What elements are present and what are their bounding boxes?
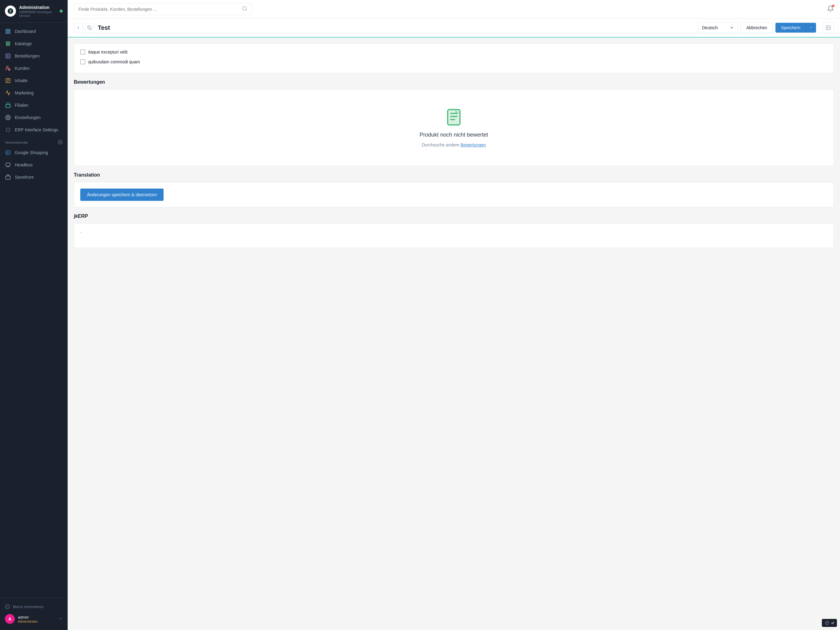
svg-rect-13 xyxy=(6,163,10,166)
sidebar-item-inhalte[interactable]: Inhalte xyxy=(0,74,68,87)
empty-doc-icon xyxy=(445,108,463,127)
svg-point-9 xyxy=(7,117,9,119)
marketing-icon xyxy=(5,90,11,96)
user-role: Administrator xyxy=(18,619,38,623)
empty-sub-prefix: Durchsuche andere xyxy=(422,142,461,147)
translation-title: Translation xyxy=(74,172,834,178)
translate-button[interactable]: Änderungen speichern & übersetzen xyxy=(80,188,164,201)
user-menu[interactable]: A admin Administrator xyxy=(5,611,63,626)
svg-rect-0 xyxy=(6,29,7,31)
svg-point-5 xyxy=(6,66,8,68)
checkbox-card: itaque excepturi velit quibusdam commodi… xyxy=(74,44,834,73)
bewertungen-card: Produkt noch nicht bewertet Durchsuche a… xyxy=(74,89,834,166)
header-actions: Deutsch Abbrechen Speichern xyxy=(698,22,816,33)
sidebar-item-storefront[interactable]: Storefront xyxy=(0,171,68,184)
save-button[interactable]: Speichern xyxy=(775,23,806,33)
language-select[interactable]: Deutsch xyxy=(698,22,738,33)
svg-point-16 xyxy=(243,6,246,10)
sales-section: Verkaufskanäle xyxy=(0,136,68,146)
sidebar-item-label: Dashboard xyxy=(15,29,36,34)
svg-rect-1 xyxy=(9,29,10,31)
avatar: A xyxy=(5,614,15,624)
breadcrumb-nav xyxy=(74,23,94,32)
dashboard-icon xyxy=(5,28,11,35)
content-area: itaque excepturi velit quibusdam commodi… xyxy=(68,38,840,630)
sidebar-item-label: Storefront xyxy=(15,175,33,180)
copy-button[interactable] xyxy=(85,23,94,32)
translation-card: Änderungen speichern & übersetzen xyxy=(74,182,834,207)
user-info: admin Administrator xyxy=(18,615,38,623)
storefront-icon xyxy=(5,174,11,180)
svg-rect-3 xyxy=(9,32,10,33)
save-dropdown-button[interactable] xyxy=(806,23,816,33)
sidebar-item-bestellungen[interactable]: Bestellungen xyxy=(0,50,68,62)
jkerp-content: - xyxy=(80,230,82,235)
search-icon xyxy=(242,6,248,12)
sidebar-item-label: Filialen xyxy=(15,103,28,108)
search-box xyxy=(74,3,252,15)
svg-point-19 xyxy=(827,27,828,27)
bestellungen-icon xyxy=(5,53,11,59)
back-button[interactable] xyxy=(74,23,83,32)
save-button-group: Speichern xyxy=(775,23,816,33)
translation-section: Translation Änderungen speichern & übers… xyxy=(74,172,834,207)
sidebar-item-erp[interactable]: ERP Interface Settings xyxy=(0,123,68,136)
sidebar-item-filialen[interactable]: Filialen xyxy=(0,99,68,111)
sidebar-item-label: Kunden xyxy=(15,66,30,71)
sidebar-item-label: Headless xyxy=(15,162,33,167)
cancel-button[interactable]: Abbrechen xyxy=(741,22,773,33)
jkerp-card: - xyxy=(74,223,834,248)
svg-rect-14 xyxy=(6,176,11,179)
empty-sub: Durchsuche andere Bewertungen xyxy=(422,142,486,147)
checkbox-2[interactable] xyxy=(80,59,85,64)
main-nav: Dashboard Kataloge Bestellungen Kunden I… xyxy=(0,23,68,598)
app-title: Administration xyxy=(19,5,57,10)
search-input[interactable] xyxy=(78,7,240,12)
sidebar-item-label: Bestellungen xyxy=(15,54,39,59)
add-sales-channel-button[interactable] xyxy=(58,140,63,145)
sidebar-item-marketing[interactable]: Marketing xyxy=(0,87,68,99)
sidebar-item-einstellungen[interactable]: Einstellungen xyxy=(0,111,68,123)
sidebar-item-label: Google Shopping xyxy=(15,150,48,155)
sidebar-item-dashboard[interactable]: Dashboard xyxy=(0,25,68,38)
topbar xyxy=(68,0,840,19)
svg-rect-8 xyxy=(6,104,11,108)
minimize-menu-button[interactable]: Menü minimieren xyxy=(5,602,63,611)
svg-rect-20 xyxy=(448,109,460,125)
kataloge-icon xyxy=(5,41,11,47)
kunden-icon xyxy=(5,65,11,71)
jkerp-title: jkERP xyxy=(74,214,834,219)
erp-icon xyxy=(5,127,11,133)
content-header: Test Deutsch Abbrechen Speichern xyxy=(68,19,840,38)
einstellungen-icon xyxy=(5,114,11,120)
sidebar-header: Administration v99999999 Developer Versi… xyxy=(0,0,68,23)
checkbox-1[interactable] xyxy=(80,49,85,54)
sidebar-item-headless[interactable]: Headless xyxy=(0,159,68,171)
language-value: Deutsch xyxy=(702,25,718,30)
symfony-label: sf xyxy=(831,621,834,625)
headless-icon xyxy=(5,162,11,168)
filialen-icon xyxy=(5,102,11,108)
notification-button[interactable] xyxy=(827,5,834,13)
checkbox-label-2: quibusdam commodi quam xyxy=(88,59,140,64)
topbar-right xyxy=(827,5,834,13)
status-dot xyxy=(60,9,63,13)
sidebar-item-kataloge[interactable]: Kataloge xyxy=(0,38,68,50)
sidebar: Administration v99999999 Developer Versi… xyxy=(0,0,68,630)
notification-dot xyxy=(832,5,834,7)
media-button[interactable] xyxy=(823,22,834,33)
svg-text:G: G xyxy=(7,151,9,154)
sidebar-item-label: Inhalte xyxy=(15,78,28,83)
sidebar-footer: Menü minimieren A admin Administrator xyxy=(0,598,68,630)
user-name: admin xyxy=(18,615,38,619)
content-main: itaque excepturi velit quibusdam commodi… xyxy=(74,44,834,624)
main-area: Test Deutsch Abbrechen Speichern xyxy=(68,0,840,630)
app-info: Administration v99999999 Developer Versi… xyxy=(19,5,57,17)
user-chevron-icon xyxy=(58,616,63,622)
checkbox-label-1: itaque excepturi velit xyxy=(88,49,128,54)
bewertungen-link[interactable]: Bewertungen xyxy=(461,142,486,147)
app-logo xyxy=(5,6,16,17)
sidebar-item-kunden[interactable]: Kunden xyxy=(0,62,68,74)
sidebar-item-label: ERP Interface Settings xyxy=(15,127,58,132)
sidebar-item-google-shopping[interactable]: G Google Shopping xyxy=(0,146,68,159)
